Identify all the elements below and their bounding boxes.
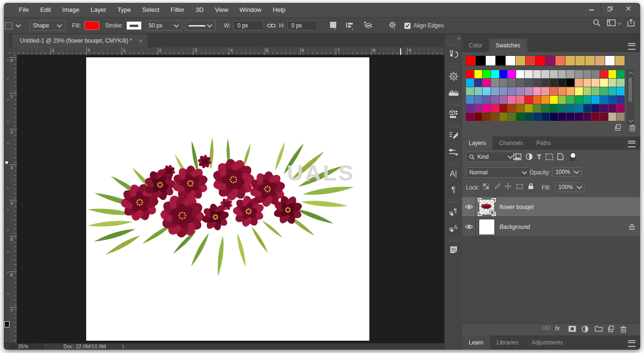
color-swatch[interactable] bbox=[550, 79, 558, 87]
tool-preset-chevron-icon[interactable] bbox=[16, 22, 21, 27]
panel-icon-paragraph-styles[interactable]: ¶ bbox=[445, 204, 462, 220]
color-swatch[interactable] bbox=[474, 96, 483, 104]
menu-layer[interactable]: Layer bbox=[85, 3, 112, 17]
tab-close-icon[interactable]: × bbox=[139, 37, 143, 45]
color-swatch[interactable] bbox=[500, 113, 508, 121]
color-swatch[interactable] bbox=[608, 113, 617, 121]
color-swatch[interactable] bbox=[575, 70, 583, 78]
gear-icon[interactable] bbox=[388, 21, 396, 30]
color-swatch[interactable] bbox=[575, 104, 583, 112]
recent-swatch[interactable] bbox=[506, 56, 515, 65]
color-swatch[interactable] bbox=[474, 104, 483, 112]
color-swatch[interactable] bbox=[591, 87, 599, 95]
panel-icon-3d[interactable] bbox=[445, 106, 462, 122]
color-swatch[interactable] bbox=[533, 79, 541, 87]
color-swatch[interactable] bbox=[591, 113, 599, 121]
color-swatch[interactable] bbox=[516, 113, 524, 121]
color-swatch[interactable] bbox=[516, 87, 524, 95]
color-swatch[interactable] bbox=[541, 96, 549, 104]
path-arrangement-icon[interactable] bbox=[364, 21, 373, 30]
vertical-ruler[interactable]: 01234567 bbox=[9, 55, 17, 343]
color-swatch[interactable] bbox=[483, 79, 491, 87]
panel-icon-navigator[interactable] bbox=[445, 68, 462, 84]
color-swatch[interactable] bbox=[608, 96, 617, 104]
dock-group-grip[interactable] bbox=[448, 65, 459, 68]
color-swatch[interactable] bbox=[583, 87, 591, 95]
recent-swatch[interactable] bbox=[555, 56, 565, 65]
color-swatch[interactable] bbox=[583, 113, 591, 121]
color-swatch[interactable] bbox=[508, 104, 516, 112]
menu-type[interactable]: Type bbox=[112, 3, 136, 17]
color-swatch[interactable] bbox=[508, 96, 516, 104]
scroll-down-icon[interactable] bbox=[628, 118, 633, 123]
color-swatch[interactable] bbox=[491, 79, 499, 87]
color-swatch[interactable] bbox=[466, 87, 474, 95]
panel-icon-character[interactable]: A| bbox=[445, 166, 462, 182]
menu-select[interactable]: Select bbox=[136, 3, 165, 17]
menu-image[interactable]: Image bbox=[56, 3, 85, 17]
color-swatch[interactable] bbox=[550, 113, 558, 121]
color-swatch[interactable] bbox=[533, 96, 541, 104]
tool-mode-dropdown[interactable]: Shape bbox=[29, 20, 65, 31]
color-swatch[interactable] bbox=[600, 113, 608, 121]
recent-swatch[interactable] bbox=[466, 56, 475, 65]
color-swatch[interactable] bbox=[508, 79, 516, 87]
color-swatch[interactable] bbox=[533, 104, 541, 112]
recent-swatch[interactable] bbox=[605, 56, 615, 65]
scroll-up-icon[interactable] bbox=[628, 72, 633, 77]
layer-visibility-eye-icon[interactable] bbox=[462, 217, 476, 236]
layer-lock-icon[interactable] bbox=[629, 224, 635, 230]
color-swatch[interactable] bbox=[608, 87, 617, 95]
color-swatch[interactable] bbox=[566, 70, 574, 78]
delete-layer-trash-icon[interactable] bbox=[620, 326, 626, 333]
color-swatch[interactable] bbox=[558, 104, 566, 112]
dock-group-grip[interactable] bbox=[448, 44, 459, 46]
panel-icon-character-styles[interactable]: A bbox=[445, 220, 462, 236]
color-swatch[interactable] bbox=[600, 79, 608, 87]
swatch-scrollbar[interactable] bbox=[627, 70, 634, 124]
color-swatch[interactable] bbox=[491, 70, 499, 78]
color-swatch[interactable] bbox=[583, 104, 591, 112]
delete-swatch-trash-icon[interactable] bbox=[629, 124, 635, 131]
color-swatch[interactable] bbox=[500, 96, 508, 104]
color-swatch[interactable] bbox=[491, 113, 499, 121]
dock-group-grip[interactable] bbox=[448, 163, 459, 165]
color-swatch[interactable] bbox=[483, 104, 491, 112]
color-swatch[interactable] bbox=[558, 87, 566, 95]
menu-window[interactable]: Window bbox=[234, 3, 267, 17]
dock-group-grip[interactable] bbox=[448, 103, 459, 106]
color-swatch[interactable] bbox=[617, 96, 625, 104]
tab-paths[interactable]: Paths bbox=[530, 136, 558, 150]
color-swatch[interactable] bbox=[508, 87, 516, 95]
color-swatch[interactable] bbox=[541, 104, 549, 112]
recent-swatch[interactable] bbox=[526, 56, 535, 65]
opacity-value-dropdown[interactable]: 100% bbox=[552, 167, 581, 177]
color-swatch[interactable] bbox=[558, 96, 566, 104]
color-swatch[interactable] bbox=[600, 96, 608, 104]
color-swatch[interactable] bbox=[583, 70, 591, 78]
dock-group-grip[interactable] bbox=[448, 125, 459, 127]
filter-adjustment-layers-icon[interactable] bbox=[526, 153, 533, 160]
color-swatch[interactable] bbox=[466, 70, 474, 78]
document-tab[interactable]: Untitled-1 @ 25% (flower bouqet, CMYK/8)… bbox=[12, 34, 147, 47]
color-swatch[interactable] bbox=[483, 96, 491, 104]
layer-thumbnail[interactable] bbox=[479, 219, 495, 235]
color-swatch[interactable] bbox=[608, 104, 617, 112]
filter-shape-layers-icon[interactable] bbox=[546, 154, 553, 160]
color-swatch[interactable] bbox=[550, 96, 558, 104]
recent-swatch[interactable] bbox=[595, 56, 605, 65]
tool-preset-icon[interactable] bbox=[5, 22, 12, 29]
fill-color-swatch[interactable] bbox=[84, 21, 99, 30]
color-swatch[interactable] bbox=[525, 113, 533, 121]
color-swatch[interactable] bbox=[617, 104, 625, 112]
stroke-color-swatch[interactable] bbox=[126, 21, 142, 30]
blend-mode-dropdown[interactable]: Normal bbox=[466, 167, 530, 178]
menu-edit[interactable]: Edit bbox=[35, 3, 56, 17]
color-swatch[interactable] bbox=[533, 113, 541, 121]
new-adjustment-layer-icon[interactable] bbox=[581, 326, 589, 333]
color-swatch[interactable] bbox=[474, 87, 483, 95]
color-swatch[interactable] bbox=[525, 79, 533, 87]
color-swatch[interactable] bbox=[558, 70, 566, 78]
expand-panels-icon[interactable]: « bbox=[457, 35, 460, 41]
color-swatch[interactable] bbox=[600, 70, 608, 78]
